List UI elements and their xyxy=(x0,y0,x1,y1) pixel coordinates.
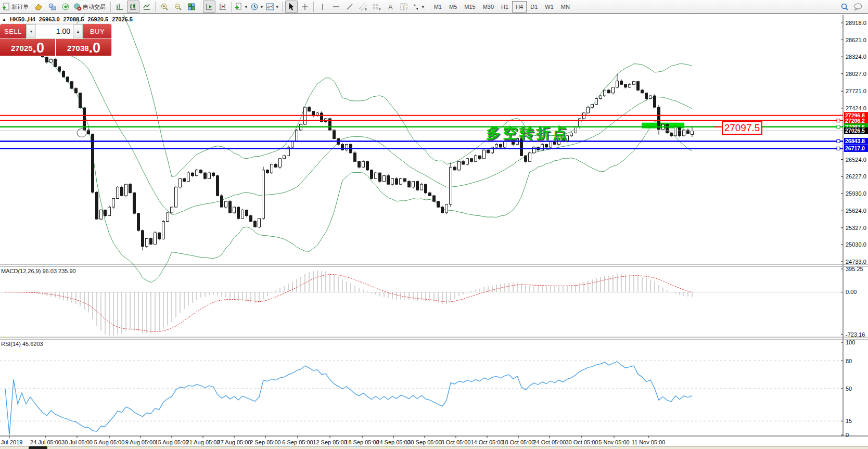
candle[interactable] xyxy=(645,93,648,99)
candle[interactable] xyxy=(154,233,157,244)
trendline-button[interactable] xyxy=(343,1,356,13)
candle[interactable] xyxy=(237,207,240,219)
candle[interactable] xyxy=(579,119,581,127)
candle[interactable] xyxy=(187,173,190,181)
market-watch-button[interactable] xyxy=(32,1,45,13)
sell-price[interactable]: 27025.0 xyxy=(0,39,55,56)
candle[interactable] xyxy=(250,215,252,221)
tile-windows-button[interactable] xyxy=(185,1,198,13)
hline-handle[interactable] xyxy=(837,125,840,129)
fibonacci-button[interactable]: F xyxy=(371,1,383,13)
candle[interactable] xyxy=(104,210,107,216)
bull-bear-turning-point-note[interactable]: 多空转折点 xyxy=(486,123,569,143)
text-label-button[interactable]: T xyxy=(398,1,410,13)
volume-input[interactable]: 1.00 xyxy=(36,24,73,38)
candle[interactable] xyxy=(362,161,365,167)
candle[interactable] xyxy=(391,178,394,184)
tf-h4[interactable]: H4 xyxy=(512,1,527,12)
chart-shift-button[interactable] xyxy=(216,1,229,13)
candle[interactable] xyxy=(366,161,369,170)
candle[interactable] xyxy=(67,77,69,82)
candle[interactable] xyxy=(262,170,265,219)
candle[interactable] xyxy=(641,90,644,93)
period-button[interactable]: ▼ xyxy=(250,1,264,13)
candle[interactable] xyxy=(604,90,606,96)
candle[interactable] xyxy=(395,178,398,184)
candle[interactable] xyxy=(400,178,402,184)
chart-tab[interactable] xyxy=(29,446,47,449)
candle[interactable] xyxy=(437,201,440,207)
candle[interactable] xyxy=(525,156,527,161)
navigator-button[interactable] xyxy=(46,1,58,13)
candle[interactable] xyxy=(412,182,415,187)
volume-decrease-button[interactable]: ▼ xyxy=(27,24,36,38)
candle[interactable] xyxy=(221,196,223,207)
candle[interactable] xyxy=(466,159,469,164)
text-button[interactable]: A xyxy=(384,1,397,13)
horizontal-line-button[interactable] xyxy=(330,1,342,13)
zoom-in-button[interactable] xyxy=(158,1,171,13)
candle[interactable] xyxy=(212,173,215,175)
candle[interactable] xyxy=(129,184,132,193)
candle[interactable] xyxy=(96,193,98,220)
search-button[interactable] xyxy=(838,1,851,13)
candle[interactable] xyxy=(333,130,336,138)
candle[interactable] xyxy=(54,59,57,67)
signals-button[interactable] xyxy=(59,1,72,13)
candle[interactable] xyxy=(479,156,481,158)
candle[interactable] xyxy=(308,107,311,111)
candle[interactable] xyxy=(142,230,144,247)
candle[interactable] xyxy=(691,131,694,134)
candle[interactable] xyxy=(167,213,169,221)
candle[interactable] xyxy=(225,201,227,207)
candle[interactable] xyxy=(458,161,461,170)
candle[interactable] xyxy=(71,82,73,88)
candle[interactable] xyxy=(75,88,78,93)
candle[interactable] xyxy=(275,164,277,167)
hline-handle[interactable] xyxy=(837,139,840,143)
candle[interactable] xyxy=(649,96,652,98)
buy-price[interactable]: 27038.0 xyxy=(56,39,111,56)
candle[interactable] xyxy=(500,144,502,147)
candle[interactable] xyxy=(483,150,486,158)
candle[interactable] xyxy=(570,133,573,135)
tf-m30[interactable]: M30 xyxy=(479,1,497,12)
candle[interactable] xyxy=(541,144,544,150)
candle[interactable] xyxy=(666,124,669,133)
sell-button[interactable]: SELL xyxy=(0,24,26,39)
candle[interactable] xyxy=(670,133,673,135)
candle[interactable] xyxy=(429,193,431,196)
candle[interactable] xyxy=(487,150,490,152)
candle[interactable] xyxy=(445,204,448,213)
chart-context-icon[interactable]: ▲ xyxy=(2,17,6,22)
tf-d1[interactable]: D1 xyxy=(527,1,541,12)
candle[interactable] xyxy=(175,187,177,207)
candle[interactable] xyxy=(608,90,610,93)
candle[interactable] xyxy=(50,59,53,62)
new-order-button[interactable]: 新订单 xyxy=(2,1,31,13)
candle[interactable] xyxy=(162,221,165,239)
candle[interactable] xyxy=(679,127,681,135)
candle[interactable] xyxy=(371,170,373,178)
candle[interactable] xyxy=(620,81,623,85)
candle[interactable] xyxy=(575,127,577,133)
candle[interactable] xyxy=(450,167,452,204)
tf-m5[interactable]: M5 xyxy=(445,1,461,12)
auto-scroll-button[interactable] xyxy=(203,1,215,13)
candle[interactable] xyxy=(408,182,411,187)
hline-handle[interactable] xyxy=(837,147,840,150)
candle[interactable] xyxy=(100,210,103,220)
candle[interactable] xyxy=(150,238,152,244)
candle[interactable] xyxy=(462,161,465,164)
candle[interactable] xyxy=(204,173,207,178)
tf-mn[interactable]: MN xyxy=(557,1,573,12)
candle[interactable] xyxy=(383,176,386,182)
candle[interactable] xyxy=(246,210,248,216)
crosshair-button[interactable] xyxy=(299,1,311,13)
candle[interactable] xyxy=(425,184,427,193)
candle[interactable] xyxy=(179,178,182,187)
buy-button[interactable]: BUY xyxy=(83,24,111,39)
candle[interactable] xyxy=(196,170,198,176)
candle[interactable] xyxy=(216,176,219,196)
candle[interactable] xyxy=(591,105,594,107)
